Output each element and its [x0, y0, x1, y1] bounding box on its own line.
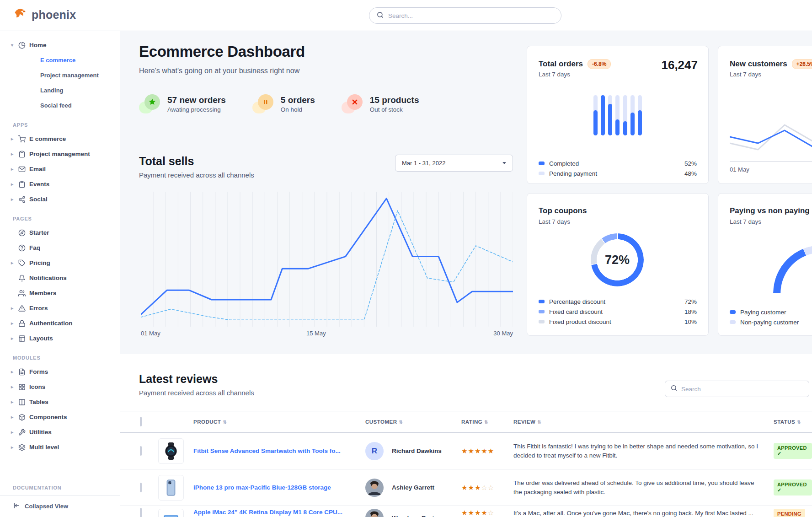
customer-cell: Ashley Garrett [365, 479, 461, 497]
sidebar-item-starter[interactable]: Starter [0, 225, 120, 240]
product-link[interactable]: iPhone 13 pro max-Pacific Blue-128GB sto… [193, 484, 365, 491]
column-header-rating[interactable]: RATING⇅ [461, 419, 513, 425]
pie-chart-icon [18, 42, 29, 49]
sidebar-item-home[interactable]: ▾Home [0, 38, 120, 53]
global-search[interactable] [369, 7, 561, 24]
sidebar-item-label: Icons [29, 383, 45, 390]
change-badge: -6.8% [588, 59, 611, 69]
stat-label: Out of stock [370, 106, 419, 113]
caret-right-icon: ▸ [11, 260, 18, 265]
legend-value: 52% [684, 160, 697, 167]
clipboard-icon [18, 181, 29, 188]
phoenix-bird-icon [13, 7, 27, 23]
legend-label: Pending payment [549, 170, 597, 177]
sidebar-item-utilities[interactable]: ▸Utilities [0, 425, 120, 440]
card-title: Top coupons [539, 206, 587, 215]
sidebar-item-events[interactable]: ▸Events [0, 177, 120, 192]
order-bar [638, 95, 642, 135]
sidebar-item-pricing[interactable]: ▸Pricing [0, 255, 120, 270]
legend-label: Fixed product discount [549, 318, 611, 325]
customer-cell: Woodrow Burton [365, 509, 461, 517]
caret-right-icon: ▸ [11, 336, 18, 341]
stat-57-new-orders: 57 new ordersAwating processing [139, 94, 226, 113]
collapse-view-button[interactable]: Collapsed View [13, 502, 120, 511]
caret-right-icon: ▸ [11, 151, 18, 156]
sidebar-item-icons[interactable]: ▸Icons [0, 379, 120, 394]
caret-right-icon: ▸ [11, 369, 18, 374]
sidebar-section-label-pages: PAGES [13, 216, 120, 221]
sidebar-item-label: Faq [29, 244, 40, 251]
column-header-product[interactable]: PRODUCT⇅ [193, 419, 365, 425]
global-search-input[interactable] [388, 12, 554, 19]
column-label: RATING [461, 419, 482, 425]
reviews-search[interactable] [665, 381, 809, 397]
sidebar-item-label: Authentication [29, 320, 73, 327]
review-text: This Fitbit is fantastic! I was trying t… [513, 442, 760, 460]
lock-icon [18, 320, 29, 327]
sidebar-item-e-commerce[interactable]: ▸E commerce [0, 131, 120, 146]
reviews-search-input[interactable] [681, 386, 803, 393]
legend-swatch [539, 162, 545, 165]
product-link[interactable]: Apple iMac 24" 4K Retina Display M1 8 Co… [193, 509, 365, 516]
sidebar-subitem-landing[interactable]: Landing [0, 83, 120, 98]
stat-15-products: 15 productsOut of stock [342, 94, 419, 113]
sidebar-item-project-management[interactable]: ▸Project management [0, 146, 120, 162]
select-all-checkbox[interactable] [140, 417, 142, 426]
dashboard-hero: Ecommerce Dashboard Here's what's going … [120, 31, 812, 354]
grid-icon [18, 383, 29, 391]
date-range-value: Mar 1 - 31, 2022 [402, 160, 445, 167]
date-range-select[interactable]: Mar 1 - 31, 2022 [395, 155, 513, 172]
sidebar-section-label-apps: APPS [13, 122, 120, 128]
brand-logo[interactable]: phoenix [13, 7, 76, 23]
status-badge: APPROVED ✓ [774, 443, 812, 459]
legend-value: 72% [684, 298, 697, 305]
column-header-customer[interactable]: CUSTOMER⇅ [365, 419, 461, 425]
caret-right-icon: ▸ [11, 182, 18, 187]
sidebar-item-members[interactable]: Members [0, 285, 120, 301]
sidebar-item-errors[interactable]: ▸Errors [0, 301, 120, 316]
card-period: Last 7 days [539, 218, 570, 225]
columns-icon [18, 399, 29, 406]
page-title: Ecommerce Dashboard [139, 43, 305, 60]
wrench-icon [18, 429, 29, 436]
row-checkbox[interactable] [140, 446, 142, 456]
sidebar-item-tables[interactable]: ▸Tables [0, 394, 120, 409]
column-header-review[interactable]: REVIEW⇅ [513, 419, 774, 425]
order-bar [623, 95, 627, 135]
paying-vs-nonpaying-card: Paying vs non paying Last 7 days Paying … [718, 193, 812, 336]
sidebar-item-social[interactable]: ▸Social [0, 192, 120, 207]
sidebar-subitem-social-feed[interactable]: Social feed [0, 98, 120, 113]
total-sells-subtitle: Payment received across all channels [139, 171, 254, 179]
legend-item-non-paying-customer: Non-paying customer [730, 318, 812, 327]
sidebar-item-authentication[interactable]: ▸Authentication [0, 316, 120, 331]
legend-label: Paying customer [740, 309, 786, 316]
avatar [365, 479, 384, 497]
sidebar-item-label: Layouts [29, 335, 53, 342]
x-tick: 15 May [306, 330, 326, 337]
search-icon [377, 11, 384, 20]
sort-icon: ⇅ [399, 420, 403, 425]
sidebar-item-label: Email [29, 166, 46, 172]
caret-right-icon: ▸ [11, 430, 18, 435]
sidebar-subitem-e-commerce[interactable]: E commerce [0, 53, 120, 68]
sidebar-item-faq[interactable]: Faq [0, 240, 120, 255]
caret-right-icon: ▸ [11, 399, 18, 404]
sidebar-footer: Collapsed View [0, 495, 120, 517]
row-checkbox[interactable] [140, 508, 142, 517]
caret-right-icon: ▸ [11, 306, 18, 311]
column-header-status[interactable]: STATUS⇅ [774, 419, 812, 425]
legend-value: 10% [684, 318, 697, 325]
sidebar-item-components[interactable]: ▸Components [0, 409, 120, 425]
reviews-subtitle: Payment received across all channels [139, 389, 254, 397]
pause-icon [252, 94, 273, 113]
sidebar-item-notifications[interactable]: Notifications [0, 270, 120, 285]
product-link[interactable]: Fitbit Sense Advanced Smartwatch with To… [193, 447, 365, 454]
sidebar-item-forms[interactable]: ▸Forms [0, 364, 120, 379]
sidebar-item-email[interactable]: ▸Email [0, 162, 120, 177]
sidebar-subitem-project-management[interactable]: Project management [0, 68, 120, 83]
legend-item-fixed-card-discount: Fixed card discount18% [539, 307, 697, 316]
sidebar-item-layouts[interactable]: ▸Layouts [0, 331, 120, 346]
sidebar-item-multi-level[interactable]: ▸Multi level [0, 440, 120, 455]
quick-stats: 57 new ordersAwating processing5 ordersO… [139, 94, 419, 113]
row-checkbox[interactable] [140, 483, 142, 492]
